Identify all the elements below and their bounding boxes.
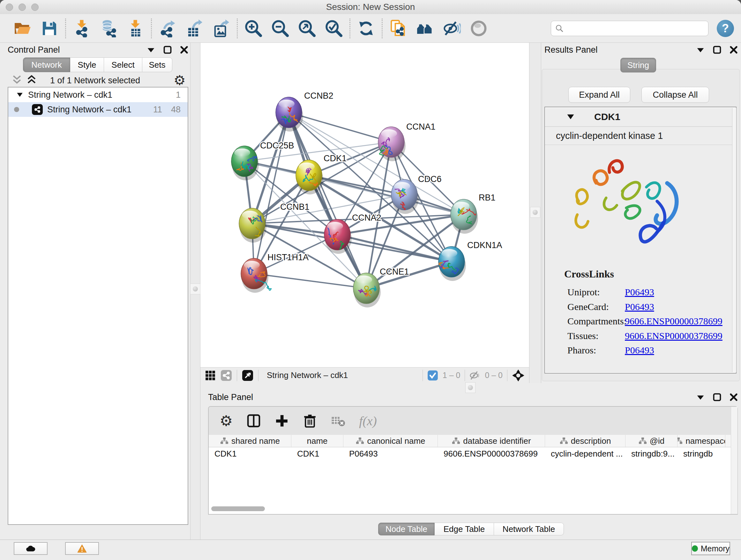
add-column-button[interactable]	[275, 414, 289, 428]
open-session-button[interactable]	[13, 19, 32, 38]
export-table-button[interactable]	[185, 19, 204, 38]
tab-style[interactable]: Style	[70, 57, 104, 72]
close-panel-icon[interactable]	[730, 393, 738, 401]
crosslink-link[interactable]: 9606.ENSP00000378699	[625, 316, 723, 327]
refresh-button[interactable]	[357, 19, 375, 38]
hidden-toggle[interactable]	[469, 370, 480, 381]
network-row[interactable]: String Network – cdk1 11 48	[8, 102, 188, 117]
network-node-CDK1[interactable]	[296, 160, 323, 194]
zoom-selected-button[interactable]	[325, 19, 343, 38]
zoom-in-button[interactable]	[244, 19, 263, 38]
network-node-CDKN1A[interactable]	[439, 246, 466, 281]
delete-table-button[interactable]	[331, 414, 345, 428]
export-network-button[interactable]	[158, 19, 177, 38]
tab-edge-table[interactable]: Edge Table	[434, 523, 494, 536]
table-cell[interactable]: CDK1	[291, 447, 343, 460]
search-input[interactable]	[566, 23, 704, 34]
cloud-status-button[interactable]	[14, 542, 48, 555]
hide-annotations-button[interactable]	[443, 19, 461, 38]
network-node-CCNA2[interactable]	[324, 219, 352, 254]
tab-sets[interactable]: Sets	[142, 57, 172, 72]
tree-expand-icon[interactable]	[17, 92, 23, 98]
panel-menu-icon[interactable]	[696, 393, 704, 401]
network-view-button[interactable]	[221, 370, 232, 381]
tab-network[interactable]: Network	[23, 57, 70, 72]
panel-menu-icon[interactable]	[696, 46, 704, 54]
column-header-canonical-name[interactable]: canonical name	[343, 435, 438, 447]
selected-checkbox[interactable]	[427, 370, 438, 381]
crosslink-link[interactable]: P06493	[625, 345, 654, 356]
function-builder-button[interactable]: f(x)	[359, 414, 377, 428]
import-network-button[interactable]	[72, 19, 91, 38]
fit-content-button[interactable]	[512, 369, 525, 382]
import-network-from-database-button[interactable]	[99, 19, 118, 38]
close-panel-icon[interactable]	[730, 46, 738, 54]
tab-select[interactable]: Select	[104, 57, 142, 72]
left-splitter-handle[interactable]	[190, 284, 200, 294]
column-header-description[interactable]: description	[545, 435, 625, 447]
copy-network-style-button[interactable]	[389, 19, 408, 38]
results-scrollbar[interactable]	[732, 108, 736, 372]
tab-network-table[interactable]: Network Table	[494, 523, 564, 536]
network-node-HIST1H1A[interactable]	[241, 258, 271, 293]
network-node-CCNA1[interactable]	[378, 127, 406, 161]
float-panel-icon[interactable]	[713, 393, 721, 401]
column-header-database-identifier[interactable]: database identifier	[438, 435, 545, 447]
show-all-networks-button[interactable]	[416, 19, 434, 38]
column-header-namespace[interactable]: namespace	[677, 435, 725, 447]
memory-button[interactable]: Memory	[691, 542, 730, 555]
right-splitter-handle[interactable]	[530, 207, 540, 218]
table-options-gear-button[interactable]: ⚙	[219, 414, 232, 428]
table-cell[interactable]: stringdb	[677, 447, 725, 460]
expand-all-button[interactable]: Expand All	[568, 87, 630, 103]
network-options-gear-button[interactable]: ⚙	[174, 74, 186, 87]
footer-separator	[422, 370, 423, 381]
help-button[interactable]: ?	[717, 20, 734, 37]
network-graph[interactable]: CCNB2CCNA1CDC25BCDK1CDC6RB1CCNB1CCNA2CDK…	[200, 43, 529, 367]
table-horizontal-scrollbar[interactable]	[211, 506, 265, 511]
grid-view-button[interactable]	[205, 370, 216, 381]
network-node-CCNB2[interactable]	[276, 97, 303, 132]
column-header--id[interactable]: @id	[625, 435, 677, 447]
network-collection-row[interactable]: String Network – cdk1 1	[8, 87, 188, 102]
tab-node-table[interactable]: Node Table	[378, 523, 434, 536]
table-cell[interactable]: stringdb:9...	[625, 447, 677, 460]
collapse-section-icon[interactable]	[567, 114, 575, 120]
export-image-button[interactable]	[212, 19, 230, 38]
collapse-all-button[interactable]: Collapse All	[642, 87, 709, 103]
crosslink-link[interactable]: 9606.ENSP00000378699	[625, 330, 723, 341]
float-panel-icon[interactable]	[713, 46, 721, 54]
network-edge-CCNE1-HIST1H1A[interactable]	[254, 273, 366, 288]
table-row[interactable]: CDK1CDK1P064939606.ENSP00000378699cyclin…	[209, 447, 737, 460]
network-canvas[interactable]: CCNB2CCNA1CDC25BCDK1CDC6RB1CCNB1CCNA2CDK…	[200, 43, 529, 367]
delete-column-button[interactable]	[303, 414, 317, 428]
protein-section-header[interactable]: CDK1	[545, 107, 736, 127]
show-columns-button[interactable]	[247, 414, 261, 428]
search-field[interactable]	[551, 21, 709, 36]
table-cell[interactable]: 9606.ENSP00000378699	[438, 447, 545, 460]
network-edge-CCNA2-CDKN1A[interactable]	[337, 235, 452, 262]
network-edge-CCNB2-HIST1H1A[interactable]	[254, 112, 289, 273]
float-panel-icon[interactable]	[163, 46, 172, 54]
import-table-button[interactable]	[126, 19, 145, 38]
column-header-name[interactable]: name	[291, 435, 343, 447]
table-cell[interactable]: CDK1	[209, 447, 291, 460]
table-vertical-scrollbar[interactable]	[731, 407, 738, 514]
panel-menu-icon[interactable]	[147, 46, 155, 54]
birdseye-view-button[interactable]	[242, 370, 253, 381]
column-header-shared-name[interactable]: shared name	[209, 435, 291, 447]
zoom-out-button[interactable]	[271, 19, 289, 38]
zoom-fit-button[interactable]	[298, 19, 316, 38]
close-panel-icon[interactable]	[180, 46, 188, 54]
warning-status-button[interactable]	[65, 542, 99, 555]
tab-string[interactable]: String	[620, 58, 656, 72]
crosslink-link[interactable]: P06493	[625, 301, 654, 312]
crosslink-link[interactable]: P06493	[625, 287, 654, 298]
table-cell[interactable]: P06493	[343, 447, 438, 460]
network-node-RB1[interactable]	[451, 199, 478, 234]
table-cell[interactable]: cyclin-dependent ...	[545, 447, 625, 460]
network-node-CCNE1[interactable]	[353, 273, 381, 307]
save-session-button[interactable]	[40, 19, 59, 38]
network-node-CDC6[interactable]	[391, 179, 419, 214]
show-view-button[interactable]	[469, 19, 488, 38]
